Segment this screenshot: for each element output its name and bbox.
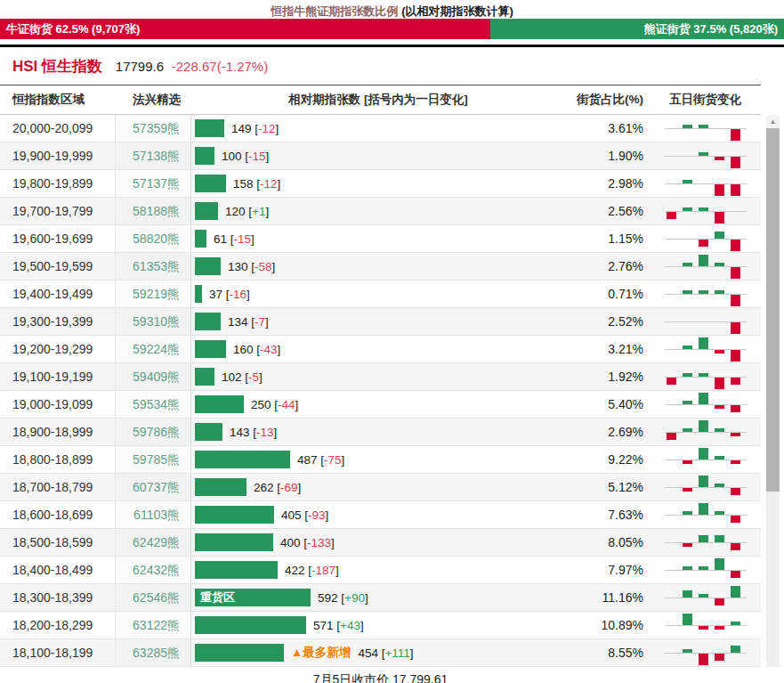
five-day-sparkline [665,419,747,445]
page-title-note: (以相对期指张数计算) [401,4,513,18]
index-range-cell: 18,900-18,999 [0,419,116,445]
warrant-code-link[interactable]: 59785熊 [116,446,191,473]
warrant-code-link[interactable]: 58820熊 [116,225,191,252]
one-day-change: -7 [255,315,265,329]
contracts-value: 158 [-12] [233,177,280,191]
table-row: 18,500-18,599 62429熊 400 [-133] 8.05% [0,529,761,557]
five-day-change-cell [650,391,761,418]
contracts-bar [195,202,218,220]
outstanding-pct-cell: 8.05% [565,535,650,549]
index-change: -228.67(-1.27%) [172,59,268,74]
index-range-cell: 19,900-19,999 [0,142,116,169]
spark-bar-up [699,255,708,266]
contracts-value: 37 [-16] [209,288,250,301]
warrant-code-link[interactable]: 59224熊 [116,336,191,362]
contracts-bar [195,147,214,165]
spark-bar-up [731,622,740,625]
table-row: 19,800-19,899 57137熊 158 [-12] 2.98% [0,170,761,198]
warrant-code-link[interactable]: 61353熊 [116,253,191,280]
spark-bar-down [683,460,692,464]
scrollbar[interactable]: ▲ [766,115,780,667]
outstanding-pct-cell: 1.90% [565,149,650,163]
five-day-sparkline [665,639,747,666]
spark-bar-up [699,503,708,515]
one-day-change: -69 [280,481,298,494]
five-day-change-cell [650,612,761,638]
spark-bar-up [731,646,740,653]
spark-bar-down [731,157,740,168]
warrant-code-link[interactable]: 63122熊 [116,612,191,638]
one-day-change: +90 [344,591,365,605]
contracts-cell: 405 [-93] [191,506,565,524]
contracts-value: 571 [+43] [313,619,364,632]
index-range-cell: 19,400-19,499 [0,281,116,307]
scrollbar-thumb[interactable] [766,128,780,492]
scroll-up-arrow-icon[interactable]: ▲ [766,115,780,128]
five-day-change-cell [650,419,761,445]
spark-bar-down [715,654,724,661]
contracts-value: 120 [+1] [225,205,269,218]
warrant-code-link[interactable]: 59219熊 [116,281,191,307]
contracts-cell: 重货区 592 [+90] [191,589,565,606]
contracts-value: 160 [-43] [233,343,280,356]
contracts-bar [195,451,290,468]
warrant-code-link[interactable]: 61103熊 [116,501,191,528]
one-day-change: -44 [278,398,295,411]
spark-bar-up [699,566,708,570]
warrant-code-link[interactable]: 62432熊 [116,557,191,583]
five-day-sparkline [665,529,747,556]
contracts-cell: 422 [-187] [191,561,565,579]
warrant-code-link[interactable]: 57137熊 [116,170,191,197]
contracts-value: 102 [-5] [222,370,263,384]
warrant-code-link[interactable]: 57359熊 [116,115,191,142]
outstanding-pct-cell: 7.97% [565,563,650,577]
five-day-sparkline [665,557,747,583]
table-row: 19,200-19,299 59224熊 160 [-43] 3.21% [0,336,761,363]
contracts-cell: 120 [+1] [191,202,565,220]
spark-bar-down [667,378,676,385]
five-day-sparkline [665,391,747,418]
spark-bar-up [715,428,724,432]
index-range-cell: 18,800-18,899 [0,446,116,473]
contracts-cell: 158 [-12] [191,175,565,192]
spark-bar-up [715,290,724,294]
one-day-change: -75 [324,453,342,467]
header-contracts: 相对期指张数 [括号内为一日变化] [191,92,565,108]
contracts-bar [195,368,214,386]
contracts-value: 454 [+111] [358,646,413,660]
warrant-code-link[interactable]: 59786熊 [116,419,191,445]
warrant-code-link[interactable]: 59534熊 [116,391,191,418]
spark-bar-up [699,337,708,349]
spark-bar-down [715,184,724,196]
warrant-code-link[interactable]: 62546熊 [116,584,191,611]
index-range-cell: 19,100-19,199 [0,363,116,390]
spark-bar-down [731,322,740,334]
warrant-code-link[interactable]: 59409熊 [116,363,191,390]
warrant-code-link[interactable]: 60737熊 [116,474,191,500]
spark-bar-down [731,571,740,578]
warrant-code-link[interactable]: 59310熊 [116,308,191,335]
outstanding-pct-cell: 2.98% [565,176,650,191]
warrant-code-link[interactable]: 58188熊 [116,198,191,224]
five-day-sparkline [665,446,747,473]
one-day-change: -15 [234,232,252,246]
five-day-change-cell [650,225,761,252]
five-day-change-cell [650,115,761,142]
contracts-cell: 149 [-12] [191,119,565,137]
warrant-code-link[interactable]: 62429熊 [116,529,191,556]
outstanding-pct-cell: 10.89% [565,618,650,632]
warrant-code-link[interactable]: 57138熊 [116,142,191,169]
index-range-cell: 18,600-18,699 [0,501,116,528]
five-day-sparkline [665,612,747,638]
spark-bar-down [715,405,724,409]
heavy-zone-label: 重货区 [195,589,235,606]
spark-bar-up [683,346,692,349]
spark-bar-up [699,207,708,211]
spark-bar-up [683,373,692,377]
warrant-code-link[interactable]: 63285熊 [116,639,191,666]
table-row: 19,500-19,599 61353熊 130 [-58] 2.76% [0,253,761,281]
five-day-change-cell [650,142,761,169]
contracts-value: 134 [-7] [228,315,269,329]
spark-bar-down [731,405,740,412]
spark-bar-up [683,649,692,653]
